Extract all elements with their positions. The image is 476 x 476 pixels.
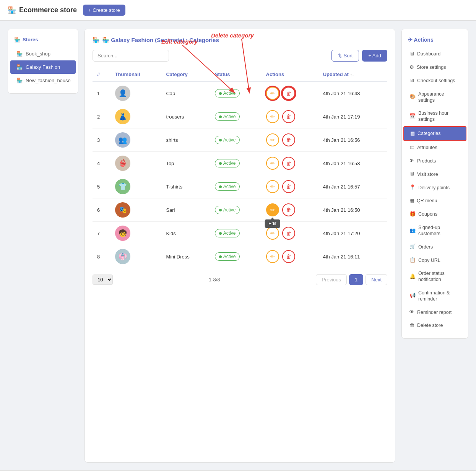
- cell-actions: ✏ Edit 🗑: [262, 198, 318, 222]
- delete-button[interactable]: 🗑: [282, 250, 295, 263]
- table-row: 7 🧒 Kids Active ✏ 🗑 4th Jan 21 17:20: [93, 222, 387, 245]
- delete-button[interactable]: 🗑: [282, 87, 295, 100]
- action-buttons: ✏ 🗑: [266, 133, 314, 146]
- action-label: Dashboard: [417, 51, 440, 57]
- pagination-info: 1-8/8: [209, 277, 220, 283]
- action-item-order_status_notification[interactable]: 🔔 Order status notification: [403, 267, 466, 286]
- per-page-select[interactable]: 10 25 50: [93, 275, 113, 285]
- edit-button[interactable]: ✏: [266, 110, 279, 123]
- col-updated: Updated at ↑↓: [318, 68, 387, 81]
- sidebar-item-new-fashion-house[interactable]: 🏪 New_fashion_house: [10, 74, 76, 87]
- edit-button[interactable]: ✏: [266, 227, 279, 240]
- action-item-delete_store[interactable]: 🗑 Delete store: [403, 319, 466, 332]
- book-shop-icon: 🏪: [16, 51, 23, 57]
- pagination-controls: Previous 1 Next: [316, 274, 387, 285]
- delete_store-icon: 🗑: [409, 322, 414, 329]
- status-dot: [219, 92, 222, 95]
- cell-category: Cap: [161, 81, 210, 105]
- cell-actions: ✏ 🗑: [262, 175, 318, 198]
- table-row: 3 👥 shirts Active ✏ 🗑 4th Jan 21 16:56: [93, 128, 387, 152]
- cell-category: trousers: [161, 105, 210, 128]
- edit-button[interactable]: ✏: [266, 87, 279, 100]
- create-store-button[interactable]: + Create store: [83, 5, 125, 16]
- action-label: Coupons: [418, 211, 437, 217]
- cell-status: Active: [210, 152, 262, 175]
- cell-category: Sari: [161, 198, 210, 222]
- add-button[interactable]: + Add: [362, 50, 387, 62]
- signed_up_customers-icon: 👥: [409, 227, 416, 234]
- action-item-coupons[interactable]: 🎁 Coupons: [403, 208, 466, 221]
- reminder_report-icon: 👁: [409, 309, 414, 315]
- action-label: Order status notification: [418, 270, 460, 283]
- cell-thumbnail: 🧒: [110, 222, 162, 245]
- copy_url-icon: 📋: [409, 257, 416, 263]
- sort-button[interactable]: ⇅ Sort: [331, 50, 359, 62]
- action-item-signed_up_customers[interactable]: 👥 Signed-up customers: [403, 221, 466, 240]
- edit-button[interactable]: ✏: [266, 157, 279, 170]
- action-item-products[interactable]: 🛍 Products: [403, 154, 466, 167]
- table-row: 2 👗 trousers Active ✏ 🗑 4th Jan 21 17:19: [93, 105, 387, 128]
- cell-thumbnail: 🎭: [110, 198, 162, 222]
- thumbnail-image: 👙: [115, 156, 130, 171]
- action-item-qr_menu[interactable]: ▦ QR menu: [403, 194, 466, 208]
- action-item-business_hour_settings[interactable]: 📅 Business hour settings: [403, 107, 466, 126]
- action-item-appearance_settings[interactable]: 🎨 Appearance settings: [403, 88, 466, 107]
- page-1-button[interactable]: 1: [349, 274, 363, 285]
- sidebar-item-galaxy-fashion[interactable]: 🏪 Galaxy Fashion: [10, 60, 76, 74]
- action-item-dashboard[interactable]: 🖥 Dashboard: [403, 47, 466, 61]
- action-item-reminder_report[interactable]: 👁 Reminder report: [403, 305, 466, 319]
- action-item-categories[interactable]: ▦ Categories: [403, 126, 466, 141]
- action-buttons: ✏ Edit 🗑: [266, 203, 314, 216]
- status-dot: [219, 255, 222, 258]
- delete-button[interactable]: 🗑: [282, 203, 295, 216]
- prev-button[interactable]: Previous: [316, 274, 347, 285]
- action-item-delivery_points[interactable]: 📍 Delivery points: [403, 181, 466, 194]
- action-item-visit_store[interactable]: 🖥 Visit store: [403, 167, 466, 181]
- cell-updated: 4th Jan 21 16:53: [318, 152, 387, 175]
- search-input[interactable]: [93, 50, 169, 62]
- cell-category: Kids: [161, 222, 210, 245]
- col-num: #: [93, 68, 110, 81]
- table-row: 6 🎭 Sari Active ✏ Edit 🗑 4th Jan 21 16:5…: [93, 198, 387, 222]
- action-item-checkout_settings[interactable]: 🖥 Checkout settings: [403, 74, 466, 88]
- action-item-copy_url[interactable]: 📋 Copy URL: [403, 253, 466, 267]
- action-buttons: ✏ 🗑: [266, 87, 314, 100]
- edit-button[interactable]: ✏: [266, 250, 279, 263]
- breadcrumb-icon: 🏪: [93, 37, 100, 44]
- action-item-confirmation_reminder[interactable]: 📢 Confirmation & reminder: [403, 286, 466, 306]
- edit-button[interactable]: ✏: [266, 180, 279, 193]
- thumbnail-image: 👗: [115, 109, 130, 124]
- status-dot: [219, 115, 222, 118]
- delete-button[interactable]: 🗑: [282, 227, 295, 240]
- categories-icon: ▦: [410, 130, 415, 137]
- galaxy-fashion-icon: 🏪: [16, 64, 23, 70]
- order_status_notification-icon: 🔔: [409, 273, 416, 280]
- action-label: Attributes: [417, 145, 437, 151]
- categories-table: # Thumbnail Category Status Actions Upda…: [93, 68, 387, 268]
- action-buttons: ✏ 🗑: [266, 157, 314, 170]
- breadcrumb: 🏪 Galaxy Fashion (Socimate) : Categories: [102, 37, 219, 44]
- attributes-icon: 🏷: [409, 145, 414, 151]
- top-bar: 🏪 Ecommerce store + Create store: [0, 0, 476, 21]
- next-button[interactable]: Next: [366, 274, 387, 285]
- cell-num: 3: [93, 128, 110, 152]
- content-area: Edit category Delete category 🏪 🏪 Galaxy…: [84, 29, 395, 463]
- cell-category: T-shirts: [161, 175, 210, 198]
- delete-button[interactable]: 🗑: [282, 180, 295, 193]
- action-item-attributes[interactable]: 🏷 Attributes: [403, 141, 466, 154]
- cell-status: Active: [210, 198, 262, 222]
- edit-button[interactable]: ✏ Edit: [266, 203, 279, 216]
- delete-button[interactable]: 🗑: [282, 110, 295, 123]
- edit-button[interactable]: ✏: [266, 133, 279, 146]
- main-layout: 🏪 Stores 🏪 Book_shop 🏪 Galaxy Fashion 🏪 …: [0, 21, 476, 470]
- action-label: Checkout settings: [417, 78, 455, 84]
- delete-button[interactable]: 🗑: [282, 157, 295, 170]
- sidebar-item-book-shop[interactable]: 🏪 Book_shop: [10, 47, 76, 60]
- delete-button[interactable]: 🗑: [282, 133, 295, 146]
- cell-num: 2: [93, 105, 110, 128]
- per-page-wrapper: 10 25 50: [93, 275, 113, 285]
- action-item-orders[interactable]: 🛒 Orders: [403, 240, 466, 253]
- business_hour_settings-icon: 📅: [409, 113, 416, 120]
- action-item-store_settings[interactable]: ⚙ Store settings: [403, 61, 466, 74]
- action-label: Copy URL: [418, 257, 440, 263]
